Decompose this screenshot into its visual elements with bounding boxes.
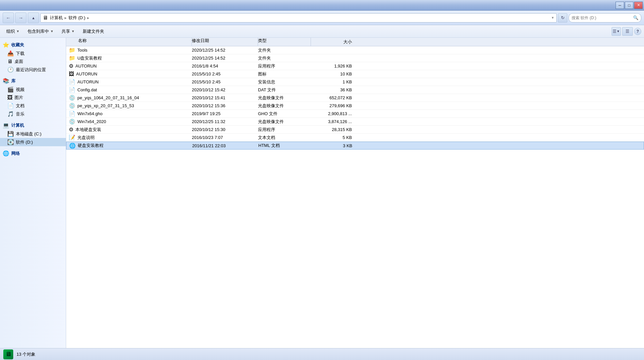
table-row[interactable]: 📁 U盘安装教程 2020/12/25 14:52 文件夹 [66, 54, 644, 62]
file-type-icon: 🌐 [69, 143, 76, 149]
preview-icon: ☰ [625, 29, 629, 34]
file-name-cell: 🖼 AUTORUN [66, 71, 192, 77]
file-name-cell: 💿 Win7x64_2020 [66, 118, 192, 125]
file-size: 1,926 KB [311, 64, 357, 68]
refresh-button[interactable]: ↻ [558, 13, 567, 22]
col-header-size[interactable]: 大小 [311, 39, 357, 45]
sidebar-item-software-d[interactable]: 💽 软件 (D:) [0, 138, 66, 146]
file-name-cell: 📄 Config.dat [66, 87, 192, 93]
table-row[interactable]: ⚙ AUTORUN 2016/1/8 4:54 应用程序 1,926 KB [66, 62, 644, 70]
file-date: 2020/12/25 11:32 [192, 119, 258, 124]
share-button[interactable]: 共享 ▼ [58, 26, 78, 36]
file-name-text: AUTORUN [77, 79, 99, 84]
table-row[interactable]: 💿 pe_yqs_1064_20_07_31_16_04 2020/10/12 … [66, 94, 644, 102]
preview-pane-button[interactable]: ☰ [622, 27, 633, 36]
file-type-label: 文本文档 [258, 135, 311, 141]
file-type-label: GHO 文件 [258, 111, 311, 117]
new-folder-button[interactable]: 新建文件夹 [79, 26, 108, 36]
file-date: 2016/11/21 22:03 [192, 143, 258, 148]
sidebar-item-music[interactable]: 🎵 音乐 [0, 110, 66, 118]
file-type-icon: 💿 [69, 95, 75, 101]
file-size: 2,900,813 ... [311, 111, 357, 116]
table-row[interactable]: 📄 Config.dat 2020/10/12 15:42 DAT 文件 36 … [66, 86, 644, 94]
col-header-type[interactable]: 类型 [258, 38, 311, 46]
file-type-icon: 📄 [69, 111, 75, 117]
table-row[interactable]: 📝 光盘说明 2016/10/23 7:07 文本文档 5 KB [66, 134, 644, 142]
local-disk-c-icon: 💾 [7, 131, 14, 137]
sidebar-item-recent[interactable]: 🕐 最近访问的位置 [0, 66, 66, 74]
computer-header[interactable]: 💻 计算机 [0, 121, 66, 130]
table-row[interactable]: ⚙ 本地硬盘安装 2020/10/12 15:30 应用程序 28,315 KB [66, 126, 644, 134]
computer-icon: 💻 [3, 122, 9, 128]
network-section: 🌐 网络 [0, 149, 66, 158]
main-area: ⭐ 收藏夹 📥 下载 🖥 桌面 🕐 最近访问的位置 📚 库 � [0, 38, 644, 348]
sidebar-item-docs[interactable]: 📄 文档 [0, 102, 66, 110]
organize-button[interactable]: 组织 ▼ [3, 26, 23, 36]
music-icon: 🎵 [7, 111, 14, 117]
computer-section: 💻 计算机 💾 本地磁盘 (C:) 💽 软件 (D:) [0, 121, 66, 146]
file-date: 2020/10/12 15:41 [192, 95, 258, 100]
file-type-label: DAT 文件 [258, 87, 311, 93]
file-size: 3 KB [311, 143, 358, 148]
toolbar-right: ☰ ▼ ☰ ? [612, 27, 641, 36]
path-software-d[interactable]: 软件 (D:) [68, 15, 85, 21]
maximize-button[interactable]: □ [625, 2, 633, 9]
file-name-cell: 🌐 硬盘安装教程 [66, 143, 192, 149]
library-header[interactable]: 📚 库 [0, 76, 66, 85]
include-library-button[interactable]: 包含到库中 ▼ [24, 26, 57, 36]
file-date: 2016/1/8 4:54 [192, 64, 258, 68]
file-type-label: 光盘映像文件 [258, 119, 311, 125]
sidebar-item-downloads[interactable]: 📥 下载 [0, 49, 66, 58]
view-options-button[interactable]: ☰ ▼ [612, 27, 621, 36]
status-count: 13 个对象 [17, 351, 35, 357]
nav-bar: ← → ▲ 🖥 计算机 ► 软件 (D:) ► ▼ ↻ 🔍 [0, 11, 644, 25]
table-row[interactable]: 📄 AUTORUN 2015/5/10 2:45 安装信息 1 KB [66, 78, 644, 86]
up-button[interactable]: ▲ [28, 13, 39, 23]
downloads-icon: 📥 [7, 50, 14, 57]
col-header-date[interactable]: 修改日期 [192, 38, 258, 46]
col-header-name[interactable]: 名称 [66, 38, 192, 46]
close-button[interactable]: ✕ [634, 2, 643, 9]
file-name-cell: 💿 pe_yqs_1064_20_07_31_16_04 [66, 95, 192, 101]
forward-button[interactable]: → [15, 13, 26, 23]
file-type-icon: 📄 [69, 87, 75, 93]
file-date: 2020/10/12 15:42 [192, 87, 258, 92]
table-row[interactable]: 📄 Win7x64.gho 2019/9/7 19:25 GHO 文件 2,90… [66, 110, 644, 118]
network-icon: 🌐 [3, 150, 9, 157]
search-box[interactable]: 🔍 [569, 13, 641, 22]
network-header[interactable]: 🌐 网络 [0, 149, 66, 158]
sidebar-item-local-c[interactable]: 💾 本地磁盘 (C:) [0, 130, 66, 138]
window-controls: ─ □ ✕ [616, 2, 643, 9]
file-type-label: 光盘映像文件 [258, 103, 311, 109]
file-type-icon: 💿 [69, 103, 75, 109]
table-row[interactable]: 🌐 硬盘安装教程 2016/11/21 22:03 HTML 文档 3 KB [66, 142, 644, 150]
file-date: 2015/5/10 2:45 [192, 71, 258, 76]
address-bar[interactable]: 🖥 计算机 ► 软件 (D:) ► ▼ [40, 13, 557, 22]
minimize-button[interactable]: ─ [616, 2, 624, 9]
back-button[interactable]: ← [3, 13, 14, 23]
file-date: 2016/10/23 7:07 [192, 135, 258, 140]
favorites-header[interactable]: ⭐ 收藏夹 [0, 40, 66, 49]
file-name-text: Win7x64.gho [77, 111, 103, 116]
sidebar-item-video[interactable]: 🎬 视频 [0, 85, 66, 94]
search-input[interactable] [572, 16, 632, 20]
file-size: 10 KB [311, 71, 357, 76]
favorites-icon: ⭐ [3, 42, 9, 48]
file-size: 3,874,126 ... [311, 119, 357, 124]
file-name-cell: 📄 Win7x64.gho [66, 111, 192, 117]
file-type-icon: 📁 [69, 55, 75, 61]
file-size: 5 KB [311, 135, 357, 140]
table-row[interactable]: 💿 pe_yqs_xp_20_07_31_15_53 2020/10/12 15… [66, 102, 644, 110]
help-button[interactable]: ? [634, 28, 641, 35]
sidebar-item-image[interactable]: 🖼 图片 [0, 94, 66, 102]
file-name-text: Tools [77, 48, 87, 53]
path-computer[interactable]: 计算机 [50, 15, 63, 21]
search-icon[interactable]: 🔍 [633, 15, 638, 20]
file-name-text: AUTORUN [76, 71, 97, 76]
sidebar-item-desktop[interactable]: 🖥 桌面 [0, 58, 66, 66]
library-section: 📚 库 🎬 视频 🖼 图片 📄 文档 🎵 音乐 [0, 76, 66, 118]
table-row[interactable]: 🖼 AUTORUN 2015/5/10 2:45 图标 10 KB [66, 70, 644, 78]
table-row[interactable]: 📁 Tools 2020/12/25 14:52 文件夹 [66, 46, 644, 54]
table-row[interactable]: 💿 Win7x64_2020 2020/12/25 11:32 光盘映像文件 3… [66, 118, 644, 126]
address-dropdown[interactable]: ▼ [551, 16, 554, 20]
